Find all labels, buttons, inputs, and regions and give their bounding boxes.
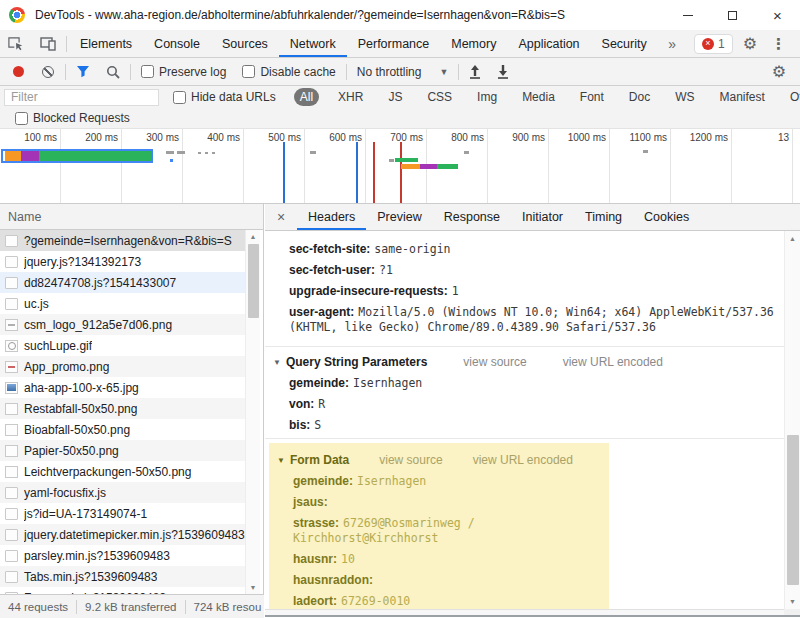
filter-type-pill[interactable]: XHR <box>332 88 369 106</box>
details-tab[interactable]: Initiator <box>511 204 574 230</box>
request-row[interactable]: parsley.min.js?1539609483 <box>0 545 245 566</box>
devtools-tab[interactable]: Elements <box>69 30 143 57</box>
request-row[interactable]: Restabfall-50x50.png <box>0 398 245 419</box>
details-tab[interactable]: Preview <box>366 204 432 230</box>
view-source-link[interactable]: view source <box>463 355 526 369</box>
close-button[interactable]: × <box>755 0 800 30</box>
timeline-tick: 1100 ms <box>610 129 671 203</box>
waterfall-request-bar[interactable] <box>395 158 418 162</box>
import-har-button[interactable] <box>469 65 481 79</box>
blocked-requests-checkbox[interactable]: Blocked Requests <box>15 111 130 125</box>
request-row[interactable]: ?gemeinde=Isernhagen&von=R&bis=S <box>0 230 245 251</box>
network-overview-timeline[interactable]: 100 ms200 ms300 ms400 ms500 ms600 ms700 … <box>0 129 800 204</box>
devtools-tab[interactable]: Performance <box>347 30 441 57</box>
view-url-encoded-link[interactable]: view URL encoded <box>473 453 573 467</box>
record-network-log-button[interactable] <box>13 66 24 77</box>
request-row[interactable]: App_promo.png <box>0 356 245 377</box>
devtools-menu-button[interactable]: ⋮ <box>767 35 790 53</box>
param-row: bis:S <box>265 415 784 436</box>
request-row[interactable]: suchLupe.gif <box>0 335 245 356</box>
devtools-tab[interactable]: Memory <box>440 30 507 57</box>
devtools-tab[interactable]: Network <box>279 30 347 57</box>
toggle-device-toolbar-button[interactable] <box>32 30 64 57</box>
request-type-icon <box>5 403 18 415</box>
filter-type-pill[interactable]: Manifest <box>714 88 771 106</box>
param-value: 10 <box>341 552 355 566</box>
close-details-button[interactable]: × <box>265 204 297 230</box>
request-list-scrollbar[interactable]: ▲ ▼ <box>245 230 260 594</box>
waterfall-segment-dns <box>5 151 21 161</box>
request-row[interactable]: aha-app-100-x-65.jpg <box>0 377 245 398</box>
filter-type-pill[interactable]: Doc <box>623 88 656 106</box>
filter-type-pill[interactable]: Font <box>574 88 610 106</box>
request-row[interactable]: Leichtverpackungen-50x50.png <box>0 461 245 482</box>
maximize-button[interactable] <box>710 0 755 30</box>
request-row[interactable]: jquery.js?1341392173 <box>0 251 245 272</box>
request-row[interactable]: csm_logo_912a5e7d06.png <box>0 314 245 335</box>
preserve-log-checkbox[interactable]: Preserve log <box>141 65 226 79</box>
filter-type-pill[interactable]: All <box>294 88 319 106</box>
settings-gear-icon[interactable]: ⚙ <box>743 36 757 52</box>
details-tab[interactable]: Cookies <box>633 204 700 230</box>
request-row[interactable]: Forms.min.js?1539609483 <box>0 587 245 594</box>
scroll-down-icon[interactable]: ▼ <box>246 584 260 591</box>
param-row: hausnr:10 <box>273 549 609 570</box>
scroll-up-icon[interactable]: ▲ <box>246 233 260 240</box>
error-badge[interactable]: × 1 <box>694 34 733 54</box>
waterfall-selected-request-bar[interactable] <box>1 149 153 163</box>
more-tabs-button[interactable]: » <box>660 36 684 52</box>
devtools-tab[interactable]: Application <box>507 30 590 57</box>
minimize-button[interactable] <box>665 0 710 30</box>
devtools-tab[interactable]: Sources <box>211 30 279 57</box>
throttling-dropdown[interactable]: No throttling ▼ <box>357 65 449 79</box>
request-row[interactable]: dd82474708.js?1541433007 <box>0 272 245 293</box>
scrollbar-thumb[interactable] <box>787 435 799 585</box>
details-tab[interactable]: Headers <box>297 204 366 230</box>
param-name: gemeinde: <box>293 474 353 488</box>
hide-data-urls-checkbox[interactable]: Hide data URLs <box>173 90 276 104</box>
view-url-encoded-link[interactable]: view URL encoded <box>563 355 663 369</box>
tabbar-right-cluster: » × 1 ⚙ ⋮ <box>660 30 800 57</box>
request-row[interactable]: jquery.datetimepicker.min.js?1539609483 <box>0 524 245 545</box>
filter-type-pill[interactable]: JS <box>382 88 408 106</box>
timeline-tick: 300 ms <box>122 129 183 203</box>
filter-type-pill[interactable]: Media <box>516 88 561 106</box>
request-row[interactable]: Papier-50x50.png <box>0 440 245 461</box>
filter-type-pill[interactable]: Other <box>784 88 800 106</box>
scroll-down-icon[interactable]: ▼ <box>785 598 800 605</box>
preserve-log-input[interactable] <box>141 65 154 78</box>
filter-funnel-button[interactable] <box>76 65 90 78</box>
view-source-link[interactable]: view source <box>379 453 442 467</box>
blocked-requests-input[interactable] <box>15 112 28 125</box>
details-tab[interactable]: Timing <box>574 204 633 230</box>
filter-type-pill[interactable]: Img <box>471 88 503 106</box>
details-scrollbar[interactable]: ▲ ▼ <box>784 231 800 609</box>
devtools-tab[interactable]: Security <box>591 30 658 57</box>
request-row[interactable]: js?id=UA-173149074-1 <box>0 503 245 524</box>
export-har-button[interactable] <box>497 65 509 79</box>
network-settings-gear-icon[interactable]: ⚙ <box>772 64 786 80</box>
timeline-tick: 100 ms <box>0 129 61 203</box>
query-params-toggle[interactable]: ▼ Query String Parameters view source vi… <box>265 349 784 373</box>
inspect-element-button[interactable] <box>0 30 32 57</box>
filter-type-pill[interactable]: CSS <box>421 88 458 106</box>
waterfall-request-bar[interactable] <box>401 164 458 169</box>
search-button[interactable] <box>106 65 120 79</box>
filter-type-pill[interactable]: WS <box>669 88 700 106</box>
disable-cache-input[interactable] <box>242 65 255 78</box>
load-event-line <box>373 142 375 203</box>
filter-input[interactable] <box>4 89 159 106</box>
request-row[interactable]: yaml-focusfix.js <box>0 482 245 503</box>
disable-cache-checkbox[interactable]: Disable cache <box>242 65 335 79</box>
scroll-up-icon[interactable]: ▲ <box>785 235 800 242</box>
details-tab[interactable]: Response <box>433 204 511 230</box>
devtools-tab[interactable]: Console <box>143 30 211 57</box>
hide-data-urls-input[interactable] <box>173 91 186 104</box>
request-row[interactable]: Tabs.min.js?1539609483 <box>0 566 245 587</box>
request-row[interactable]: Bioabfall-50x50.png <box>0 419 245 440</box>
form-data-toggle[interactable]: ▼ Form Data view source view URL encoded <box>273 447 609 471</box>
clear-network-log-button[interactable] <box>42 66 54 78</box>
name-column-header[interactable]: Name <box>0 204 263 230</box>
request-row[interactable]: uc.js <box>0 293 245 314</box>
scrollbar-thumb[interactable] <box>248 244 259 318</box>
